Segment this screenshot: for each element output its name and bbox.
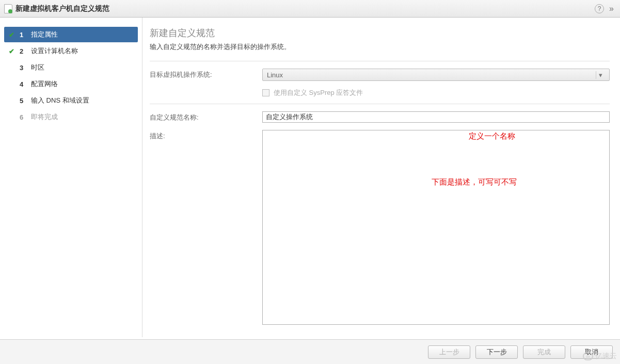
step-5-dns-domain[interactable]: 5 输入 DNS 和域设置 bbox=[4, 93, 138, 108]
help-icon[interactable]: ? bbox=[595, 4, 604, 13]
wizard-sidebar: ✔ 1 指定属性 ✔ 2 设置计算机名称 3 时区 4 配置网络 5 输入 DN… bbox=[0, 18, 142, 337]
titlebar: 新建虚拟机客户机自定义规范 ? » bbox=[0, 0, 620, 18]
step-number: 4 bbox=[20, 80, 27, 88]
step-3-timezone[interactable]: 3 时区 bbox=[4, 60, 138, 75]
step-number: 6 bbox=[20, 113, 27, 121]
finish-button: 完成 bbox=[523, 345, 565, 359]
row-spec-name: 自定义规范名称: bbox=[150, 111, 610, 123]
next-button[interactable]: 下一步 bbox=[475, 345, 518, 359]
description-textarea[interactable] bbox=[262, 130, 610, 325]
step-number: 5 bbox=[20, 97, 27, 105]
step-6-ready: 6 即将完成 bbox=[4, 109, 138, 125]
wizard-footer: 上一步 下一步 完成 取消 bbox=[0, 339, 620, 364]
back-button: 上一步 bbox=[428, 345, 470, 359]
new-spec-icon bbox=[4, 4, 12, 13]
chevron-down-icon: ▾ bbox=[596, 71, 605, 79]
window-title: 新建虚拟机客户机自定义规范 bbox=[15, 4, 592, 13]
step-label: 配置网络 bbox=[31, 79, 58, 89]
divider bbox=[150, 104, 610, 104]
description-label: 描述: bbox=[150, 130, 262, 141]
watermark-text: 亿速云 bbox=[595, 352, 617, 361]
target-os-label: 目标虚拟机操作系统: bbox=[150, 69, 262, 79]
annotation-description-optional: 下面是描述，可写可不写 bbox=[432, 177, 517, 187]
step-number: 2 bbox=[20, 47, 27, 55]
row-target-os: 目标虚拟机操作系统: Linux ▾ bbox=[150, 69, 610, 81]
step-label: 时区 bbox=[31, 63, 44, 72]
select-value: Linux bbox=[267, 71, 283, 79]
step-2-computer-name[interactable]: ✔ 2 设置计算机名称 bbox=[4, 43, 138, 59]
page-subtitle: 输入自定义规范的名称并选择目标的操作系统。 bbox=[150, 42, 610, 52]
check-icon: ✔ bbox=[7, 47, 15, 55]
spec-name-input[interactable] bbox=[262, 111, 610, 123]
step-1-properties[interactable]: ✔ 1 指定属性 bbox=[4, 27, 138, 42]
target-os-select[interactable]: Linux ▾ bbox=[262, 69, 610, 81]
annotation-define-name: 定义一个名称 bbox=[469, 131, 515, 141]
step-label: 输入 DNS 和域设置 bbox=[31, 96, 89, 105]
watermark: ∞ 亿速云 bbox=[583, 352, 617, 361]
row-description: 描述: bbox=[150, 130, 610, 326]
step-label: 即将完成 bbox=[31, 112, 58, 122]
watermark-icon: ∞ bbox=[583, 352, 593, 360]
step-4-network[interactable]: 4 配置网络 bbox=[4, 76, 138, 92]
step-number: 1 bbox=[20, 31, 27, 39]
page-heading: 新建自定义规范 bbox=[150, 27, 610, 39]
spec-name-label: 自定义规范名称: bbox=[150, 111, 262, 122]
wizard-body: ✔ 1 指定属性 ✔ 2 设置计算机名称 3 时区 4 配置网络 5 输入 DN… bbox=[0, 18, 620, 337]
sysprep-row: 使用自定义 SysPrep 应答文件 bbox=[262, 88, 610, 97]
wizard-content: 新建自定义规范 输入自定义规范的名称并选择目标的操作系统。 目标虚拟机操作系统:… bbox=[142, 18, 620, 337]
sysprep-checkbox bbox=[262, 89, 269, 96]
step-label: 设置计算机名称 bbox=[31, 46, 78, 56]
sysprep-label: 使用自定义 SysPrep 应答文件 bbox=[274, 88, 363, 97]
check-icon: ✔ bbox=[7, 31, 15, 39]
divider bbox=[150, 61, 610, 61]
expand-icon[interactable]: » bbox=[607, 4, 616, 13]
step-number: 3 bbox=[20, 64, 27, 72]
step-label: 指定属性 bbox=[31, 30, 58, 39]
